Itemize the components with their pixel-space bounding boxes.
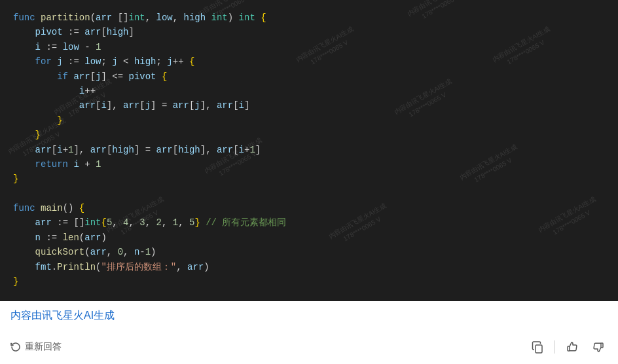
retry-icon — [10, 342, 21, 352]
action-bar: 重新回答 — [10, 338, 608, 356]
svg-rect-1 — [568, 346, 570, 351]
retry-button[interactable]: 重新回答 — [10, 341, 62, 353]
thumbs-down-button[interactable] — [589, 338, 608, 356]
ai-attribution-label: 内容由讯飞星火AI生成 — [10, 309, 608, 323]
svg-rect-0 — [536, 345, 542, 353]
divider — [554, 340, 555, 354]
thumbs-up-button[interactable] — [563, 338, 581, 356]
retry-label: 重新回答 — [25, 341, 62, 353]
copy-icon — [531, 340, 544, 354]
code-content: func partition(arr []int, low, high int)… — [13, 10, 605, 289]
bottom-bar: 内容由讯飞星火AI生成 重新回答 — [0, 301, 618, 364]
thumbs-down-icon — [592, 340, 605, 354]
right-actions — [528, 338, 608, 356]
copy-button[interactable] — [528, 338, 547, 356]
code-block: func partition(arr []int, low, high int)… — [0, 0, 618, 301]
thumbs-up-icon — [566, 340, 579, 354]
svg-rect-2 — [601, 343, 603, 348]
